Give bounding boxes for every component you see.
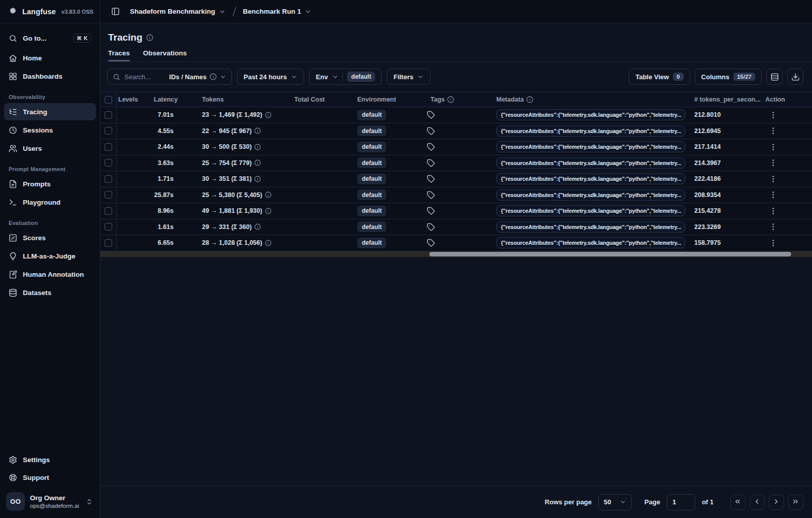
sidebar-toggle-button[interactable] xyxy=(108,4,123,19)
chevron-down-icon xyxy=(219,8,226,15)
search-icon xyxy=(9,34,17,43)
row-actions-menu-icon[interactable] xyxy=(769,111,777,119)
sidebar-item-home[interactable]: Home xyxy=(4,49,96,67)
tokens-info-icon xyxy=(254,159,261,166)
column-header-latency[interactable]: Latency xyxy=(149,92,197,107)
export-button[interactable] xyxy=(787,69,803,85)
row-checkbox[interactable] xyxy=(105,175,112,183)
column-header-tokens[interactable]: Tokens xyxy=(197,92,282,107)
sidebar-item-users[interactable]: Users xyxy=(4,140,96,157)
latency-value: 1.71s xyxy=(158,175,174,182)
metadata-value[interactable]: {"resourceAttributes":{"telemetry.sdk.la… xyxy=(496,173,685,184)
row-checkbox[interactable] xyxy=(105,239,112,247)
column-header-metadata[interactable]: Metadata xyxy=(491,92,689,107)
metadata-value[interactable]: {"resourceAttributes":{"telemetry.sdk.la… xyxy=(496,109,685,120)
metadata-value[interactable]: {"resourceAttributes":{"telemetry.sdk.la… xyxy=(496,237,685,248)
tag-icon xyxy=(427,223,435,231)
row-checkbox[interactable] xyxy=(105,159,112,167)
environment-filter[interactable]: Env default xyxy=(309,69,382,85)
tokens-per-second-cell: 212.8010 xyxy=(689,107,760,123)
tokens-value: 49 → 1,881 (Σ 1,930) xyxy=(202,207,262,214)
action-cell xyxy=(760,219,786,235)
tokens-value: 25 → 5,380 (Σ 5,405) xyxy=(202,191,262,199)
last-page-button[interactable] xyxy=(788,495,803,510)
column-header-label: Tags xyxy=(430,96,445,103)
row-actions-menu-icon[interactable] xyxy=(769,158,777,167)
sidebar-item-scores[interactable]: Scores xyxy=(4,229,96,246)
column-header-tokens-per-secon[interactable]: # tokens_per_secon... xyxy=(689,92,760,107)
prev-page-button[interactable] xyxy=(750,495,765,510)
tag-icon xyxy=(427,239,435,247)
horizontal-scrollbar[interactable] xyxy=(100,251,812,257)
sidebar-item-llm-as-a-judge[interactable]: LLM-as-a-Judge xyxy=(4,247,96,265)
columns-label: Columns xyxy=(701,73,730,81)
column-header-tags[interactable]: Tags xyxy=(425,92,491,107)
goto-search-button[interactable]: Go to... ⌘ K xyxy=(4,29,96,47)
table-view-button[interactable]: Table View 0 xyxy=(629,69,690,85)
column-header-total-cost[interactable]: Total Cost xyxy=(282,92,333,107)
filters-button[interactable]: Filters xyxy=(387,69,430,85)
column-header-action[interactable]: Action xyxy=(760,92,786,107)
row-checkbox[interactable] xyxy=(105,143,112,151)
info-icon[interactable] xyxy=(146,34,153,41)
tokens-cell: 25 → 5,380 (Σ 5,405) xyxy=(197,187,282,203)
row-actions-menu-icon[interactable] xyxy=(769,143,777,151)
metadata-value[interactable]: {"resourceAttributes":{"telemetry.sdk.la… xyxy=(496,141,685,152)
row-height-button[interactable] xyxy=(766,69,783,85)
user-menu[interactable]: OO Org Owner ops@shadeform.ai xyxy=(6,492,93,511)
environment-cell: default xyxy=(333,107,425,123)
sidebar-item-support[interactable]: Support xyxy=(4,469,96,486)
row-actions-menu-icon[interactable] xyxy=(769,222,777,231)
row-actions-menu-icon[interactable] xyxy=(769,175,777,183)
action-cell xyxy=(760,187,786,203)
sidebar-item-label: Scores xyxy=(23,234,46,242)
sidebar-item-human-annotation[interactable]: Human Annotation xyxy=(4,266,96,283)
levels-cell xyxy=(117,235,149,251)
next-page-button[interactable] xyxy=(769,495,784,510)
row-checkbox[interactable] xyxy=(105,207,112,215)
search-input[interactable] xyxy=(124,73,165,81)
columns-count-badge: 15/27 xyxy=(733,73,755,81)
page-number-input[interactable] xyxy=(667,494,695,510)
metadata-value[interactable]: {"resourceAttributes":{"telemetry.sdk.la… xyxy=(496,205,685,216)
org-switcher[interactable]: Shadeform Benchmarking xyxy=(130,8,226,15)
sidebar-item-prompts[interactable]: Prompts xyxy=(4,175,96,192)
sidebar-item-settings[interactable]: Settings xyxy=(4,451,96,468)
total-cost-cell xyxy=(282,171,333,187)
column-header-environment[interactable]: Environment xyxy=(333,92,425,107)
first-page-button[interactable] xyxy=(730,495,746,510)
row-actions-menu-icon[interactable] xyxy=(769,126,777,135)
row-actions-menu-icon[interactable] xyxy=(769,190,777,199)
search-scope-selector[interactable]: IDs / Names xyxy=(169,73,226,81)
tab-traces[interactable]: Traces xyxy=(108,49,130,61)
row-checkbox[interactable] xyxy=(105,191,112,199)
select-all-checkbox[interactable] xyxy=(105,96,112,104)
row-actions-menu-icon[interactable] xyxy=(769,207,777,215)
table-row: 2.44s30 → 500 (Σ 530)default{"resourceAt… xyxy=(100,139,812,155)
row-checkbox[interactable] xyxy=(105,127,112,135)
divider xyxy=(343,72,343,81)
metadata-value[interactable]: {"resourceAttributes":{"telemetry.sdk.la… xyxy=(496,157,685,169)
metadata-value[interactable]: {"resourceAttributes":{"telemetry.sdk.la… xyxy=(496,189,685,201)
metadata-value[interactable]: {"resourceAttributes":{"telemetry.sdk.la… xyxy=(496,221,685,233)
sidebar-item-dashboards[interactable]: Dashboards xyxy=(4,68,96,85)
metadata-value[interactable]: {"resourceAttributes":{"telemetry.sdk.la… xyxy=(496,125,685,137)
tab-observations[interactable]: Observations xyxy=(143,49,187,61)
row-actions-menu-icon[interactable] xyxy=(769,239,777,247)
rows-per-page-select[interactable]: 50 xyxy=(598,494,632,510)
sidebar-item-datasets[interactable]: Datasets xyxy=(4,284,96,301)
sidebar-item-tracing[interactable]: Tracing xyxy=(4,103,96,120)
columns-button[interactable]: Columns 15/27 xyxy=(695,69,762,85)
scrollbar-thumb[interactable] xyxy=(429,252,792,256)
total-cost-cell xyxy=(282,203,333,219)
search-box[interactable]: IDs / Names xyxy=(107,69,232,85)
row-checkbox[interactable] xyxy=(105,223,112,231)
time-range-filter[interactable]: Past 24 hours xyxy=(237,69,304,85)
sidebar-item-sessions[interactable]: Sessions xyxy=(4,121,96,139)
sidebar-item-playground[interactable]: Playground xyxy=(4,193,96,211)
row-checkbox[interactable] xyxy=(105,111,112,119)
tags-cell xyxy=(425,203,491,219)
levels-cell xyxy=(117,187,149,203)
column-header-levels[interactable]: Levels xyxy=(117,92,149,107)
project-switcher[interactable]: Benchmark Run 1 xyxy=(243,8,312,15)
